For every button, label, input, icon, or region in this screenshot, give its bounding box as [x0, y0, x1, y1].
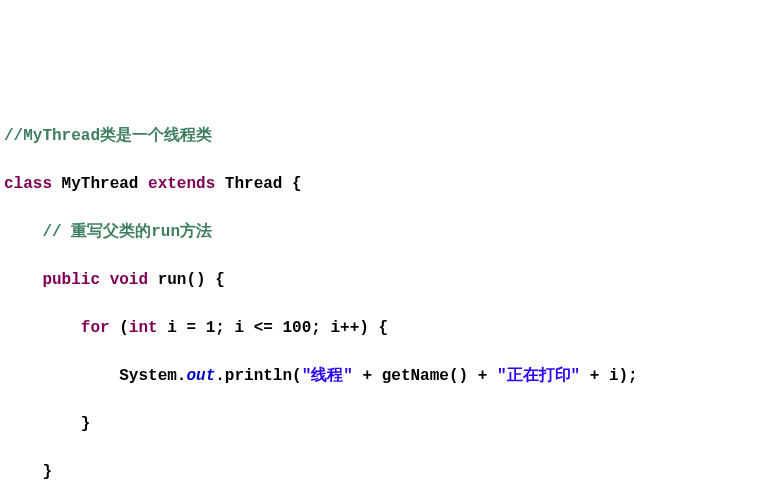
keyword-extends: extends — [148, 175, 215, 193]
string-literal: "线程" — [302, 367, 353, 385]
brace-close: } — [81, 415, 91, 433]
field-out: out — [186, 367, 215, 385]
code-line: } — [4, 412, 759, 436]
method-run: run — [158, 271, 187, 289]
code-line: public void run() { — [4, 268, 759, 292]
comment: //MyThread类是一个线程类 — [4, 127, 212, 145]
code-line: System.out.println("线程" + getName() + "正… — [4, 364, 759, 388]
keyword-class: class — [4, 175, 52, 193]
code-block: //MyThread类是一个线程类 class MyThread extends… — [4, 100, 759, 500]
code-line: // 重写父类的run方法 — [4, 220, 759, 244]
code-line: for (int i = 1; i <= 100; i++) { — [4, 316, 759, 340]
class-name: MyThread — [52, 175, 148, 193]
code-line: class MyThread extends Thread { — [4, 172, 759, 196]
parent-class: Thread { — [215, 175, 301, 193]
string-literal: "正在打印" — [497, 367, 580, 385]
keyword-public: public — [42, 271, 100, 289]
keyword-void: void — [110, 271, 148, 289]
keyword-int: int — [129, 319, 158, 337]
brace-close: } — [42, 463, 52, 481]
code-line: //MyThread类是一个线程类 — [4, 124, 759, 148]
comment: // 重写父类的run方法 — [42, 223, 212, 241]
keyword-for: for — [81, 319, 110, 337]
code-line: } — [4, 460, 759, 484]
